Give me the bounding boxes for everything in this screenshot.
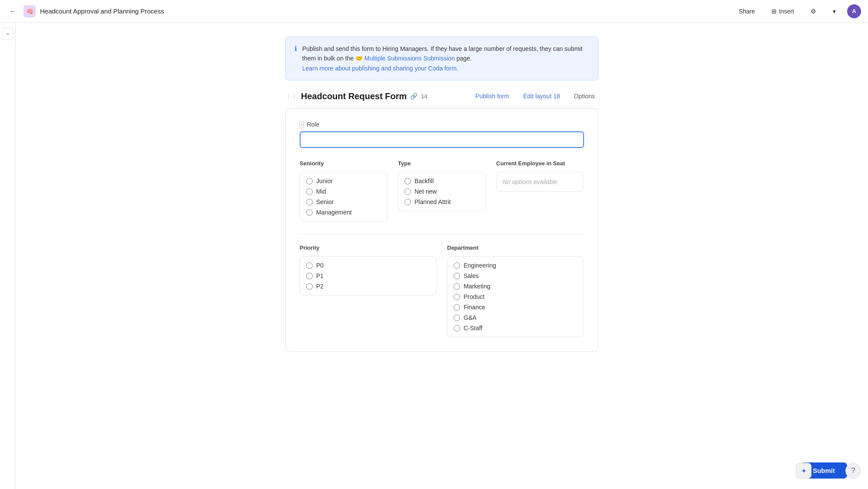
type-net-new[interactable]: Net new [404, 188, 479, 195]
dept-marketing[interactable]: Marketing [454, 283, 578, 290]
dept-marketing-radio[interactable] [454, 283, 460, 290]
dept-engineering[interactable]: Engineering [454, 262, 578, 269]
avatar[interactable]: A [847, 4, 861, 18]
type-backfill-radio[interactable] [404, 178, 411, 184]
role-label-icon: i [300, 121, 304, 128]
layout: » ℹ Publish and send this form to Hiring… [0, 23, 868, 489]
seniority-mid-radio[interactable] [306, 188, 313, 195]
priority-group: Priority P0 P1 [300, 244, 437, 337]
dept-sales-radio[interactable] [454, 273, 460, 279]
seniority-mid[interactable]: Mid [306, 188, 381, 195]
share-button[interactable]: Share [734, 5, 760, 17]
current-employee-label: Current Employee in Seat [496, 160, 584, 167]
multiple-submissions-link[interactable]: Multiple Submissions Submission [364, 55, 455, 62]
form-section-header: ⋮⋮ Headcount Request Form 🔗 14 Publish f… [285, 91, 598, 101]
insert-button[interactable]: ⊞ Insert [766, 5, 799, 17]
main-content: ℹ Publish and send this form to Hiring M… [16, 23, 868, 489]
dept-finance-radio[interactable] [454, 304, 460, 311]
dept-cstaff[interactable]: C-Staff [454, 325, 578, 332]
department-radio-list: Engineering Sales Marketing [447, 256, 584, 337]
topnav-left: ← 🧠 Headcount Approval and Planning Proc… [7, 5, 728, 17]
priority-radio-list: P0 P1 P2 [300, 256, 437, 295]
type-planned-attrit[interactable]: Planned Attrit [404, 198, 479, 205]
form-section-wrapper: ⋮⋮ Headcount Request Form 🔗 14 Publish f… [285, 91, 598, 352]
link-icon[interactable]: 🔗 [410, 93, 417, 100]
dept-product[interactable]: Product [454, 293, 578, 300]
fields-row-top: Seniority Junior Mid [300, 160, 584, 221]
doc-icon: 🧠 [23, 5, 36, 17]
divider [300, 234, 584, 234]
topnav-right: Share ⊞ Insert ⚙ ▾ A [734, 4, 861, 18]
type-backfill[interactable]: Backfill [404, 178, 479, 184]
seniority-radio-list: Junior Mid Senior [300, 172, 387, 221]
priority-p0[interactable]: P0 [306, 262, 430, 269]
priority-p0-radio[interactable] [306, 262, 313, 269]
learn-more-link[interactable]: Learn more about publishing and sharing … [302, 65, 458, 72]
seniority-senior[interactable]: Senior [306, 198, 381, 205]
form-actions: Publish form Edit layout 18 Options [472, 91, 598, 101]
type-net-new-radio[interactable] [404, 188, 411, 195]
dept-finance[interactable]: Finance [454, 304, 578, 311]
dept-gna[interactable]: G&A [454, 314, 578, 321]
help-button[interactable]: ? [845, 463, 861, 479]
sidebar-toggle[interactable]: » [2, 28, 14, 40]
role-label: i Role [300, 121, 584, 128]
seniority-management-radio[interactable] [306, 209, 313, 216]
priority-p1-radio[interactable] [306, 273, 313, 279]
publish-form-button[interactable]: Publish form [472, 91, 513, 101]
dept-sales[interactable]: Sales [454, 272, 578, 279]
current-employee-group: Current Employee in Seat No options avai… [496, 160, 584, 221]
dept-cstaff-radio[interactable] [454, 325, 460, 332]
drag-handle[interactable]: ⋮⋮ [285, 93, 297, 100]
link-emoji: 🤝 [355, 55, 363, 62]
seniority-group: Seniority Junior Mid [300, 160, 387, 221]
fields-row-bottom: Priority P0 P1 [300, 244, 584, 337]
info-icon: ℹ [294, 44, 297, 73]
department-group: Department Engineering Sales [447, 244, 584, 337]
seniority-senior-radio[interactable] [306, 199, 313, 205]
more-button[interactable]: ▾ [828, 5, 841, 17]
no-options-placeholder: No options available [496, 172, 584, 192]
seniority-junior[interactable]: Junior [306, 178, 381, 184]
priority-p2[interactable]: P2 [306, 283, 430, 290]
form-card: i Role Seniority Junior [285, 108, 598, 352]
edit-layout-button[interactable]: Edit layout 18 [520, 91, 564, 101]
type-group: Type Backfill Net new [398, 160, 486, 221]
topnav: ← 🧠 Headcount Approval and Planning Proc… [0, 0, 868, 23]
options-button[interactable]: Options [571, 91, 598, 101]
type-planned-attrit-radio[interactable] [404, 199, 411, 205]
role-input[interactable] [300, 131, 584, 148]
department-label: Department [447, 244, 584, 251]
sparkle-button[interactable]: ✦ [796, 463, 811, 479]
form-section-title: Headcount Request Form [301, 91, 407, 101]
form-section-title-row: ⋮⋮ Headcount Request Form 🔗 14 [285, 91, 427, 101]
priority-p1[interactable]: P1 [306, 272, 430, 279]
dept-product-radio[interactable] [454, 294, 460, 300]
seniority-label: Seniority [300, 160, 387, 167]
insert-icon: ⊞ [771, 8, 777, 15]
sidebar: » [0, 23, 16, 489]
chevron-down-icon: ▾ [833, 8, 836, 15]
count-badge: 14 [421, 93, 427, 100]
info-banner-text: Publish and send this form to Hiring Man… [302, 44, 589, 73]
seniority-junior-radio[interactable] [306, 178, 313, 184]
settings-button[interactable]: ⚙ [805, 5, 821, 17]
priority-p2-radio[interactable] [306, 283, 313, 290]
settings-icon: ⚙ [811, 8, 816, 15]
type-radio-list: Backfill Net new Planned Attrit [398, 172, 486, 211]
type-label: Type [398, 160, 486, 167]
info-banner: ℹ Publish and send this form to Hiring M… [285, 37, 598, 80]
priority-label: Priority [300, 244, 437, 251]
dept-gna-radio[interactable] [454, 315, 460, 321]
back-button[interactable]: ← [7, 5, 19, 17]
doc-emoji: 🧠 [26, 8, 33, 15]
doc-title: Headcount Approval and Planning Process [40, 7, 164, 15]
seniority-management[interactable]: Management [306, 209, 381, 216]
role-field-section: i Role [300, 121, 584, 148]
dept-engineering-radio[interactable] [454, 262, 460, 269]
